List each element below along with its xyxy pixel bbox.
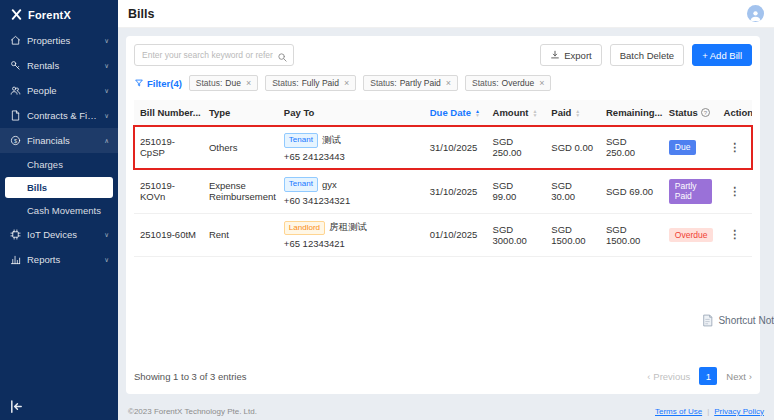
table-row[interactable]: 251019-60tM Rent Landlord 房租测试 +65 12343… bbox=[134, 213, 752, 257]
bills-card: Export Batch Delete + Add Bill Filter(4)… bbox=[126, 36, 760, 394]
collapse-sidebar-button[interactable] bbox=[9, 399, 24, 414]
bill-number: 251019-KOVn bbox=[140, 180, 175, 202]
funnel-icon bbox=[134, 78, 144, 88]
paid: SGD 1500.00 bbox=[551, 224, 585, 246]
previous-page-button[interactable]: ‹ Previous bbox=[647, 371, 690, 382]
chevron-down-icon: ∨ bbox=[104, 256, 109, 264]
chip-icon bbox=[10, 229, 21, 240]
people-icon bbox=[10, 85, 21, 96]
payee-name: 房租测试 bbox=[329, 221, 367, 234]
search-input[interactable] bbox=[134, 44, 294, 66]
chevron-down-icon: ∨ bbox=[104, 231, 109, 239]
shortcut-note-icon bbox=[701, 314, 714, 327]
home-icon bbox=[10, 35, 21, 46]
close-icon[interactable]: × bbox=[446, 79, 451, 88]
sidebar: ForentX Properties ∨ Rentals ∨ People ∨ … bbox=[0, 0, 118, 420]
batch-delete-button[interactable]: Batch Delete bbox=[610, 44, 684, 66]
pagination: ‹ Previous 1 Next › bbox=[647, 367, 752, 385]
sort-icon: ▲▼ bbox=[575, 109, 580, 117]
amount: SGD 3000.00 bbox=[493, 224, 527, 246]
close-icon[interactable]: × bbox=[344, 79, 349, 88]
due-date: 31/10/2025 bbox=[430, 142, 478, 153]
user-icon bbox=[749, 9, 762, 22]
chevron-down-icon: ∨ bbox=[104, 37, 109, 45]
sidebar-item-iot-devices[interactable]: IoT Devices ∨ bbox=[0, 222, 118, 247]
add-bill-button[interactable]: + Add Bill bbox=[692, 44, 752, 66]
key-icon bbox=[10, 60, 21, 71]
paid: SGD 30.00 bbox=[551, 180, 575, 202]
chevron-down-icon: ∨ bbox=[104, 62, 109, 70]
column-header[interactable]: Actions bbox=[718, 100, 752, 126]
payee-tag: Tenant bbox=[284, 133, 318, 148]
more-actions-button[interactable]: ⋮ bbox=[729, 185, 740, 197]
filter-row: Filter(4) Status:Due× Status:Fully Paid×… bbox=[134, 75, 752, 91]
chevron-down-icon: ∨ bbox=[104, 112, 109, 120]
document-icon bbox=[10, 110, 21, 121]
privacy-policy-link[interactable]: Privacy Policy bbox=[714, 407, 764, 416]
sidebar-item-properties[interactable]: Properties ∨ bbox=[0, 28, 118, 53]
sidebar-subitem-bills[interactable]: Bills bbox=[5, 177, 113, 198]
next-page-button[interactable]: Next › bbox=[726, 371, 752, 382]
filter-button[interactable]: Filter(4) bbox=[134, 78, 182, 89]
page-1-button[interactable]: 1 bbox=[699, 367, 717, 385]
terms-of-use-link[interactable]: Terms of Use bbox=[655, 407, 702, 416]
amount: SGD 99.00 bbox=[493, 180, 517, 202]
chevron-right-icon: › bbox=[749, 371, 752, 382]
close-icon[interactable]: × bbox=[246, 79, 251, 88]
sidebar-item-reports[interactable]: Reports ∨ bbox=[0, 247, 118, 272]
remaining: SGD 250.00 bbox=[606, 136, 635, 158]
bill-type: Others bbox=[209, 142, 238, 153]
filter-tag: Status:Overdue× bbox=[465, 75, 551, 91]
column-header[interactable]: Remaining... ▲▼ bbox=[600, 100, 663, 126]
sidebar-subitem-cash-movements[interactable]: Cash Movements bbox=[0, 199, 118, 222]
column-header[interactable]: Amount ▲▼ bbox=[487, 100, 546, 126]
column-header[interactable]: Status ? bbox=[663, 100, 718, 126]
column-header[interactable]: Paid ▲▼ bbox=[545, 100, 600, 126]
more-actions-button[interactable]: ⋮ bbox=[729, 228, 740, 240]
copyright-text: ©2023 ForentX Technology Pte. Ltd. bbox=[128, 407, 257, 416]
remaining: SGD 69.00 bbox=[606, 186, 653, 197]
payee-tag: Landlord bbox=[284, 221, 325, 236]
sidebar-item-contracts-files[interactable]: Contracts & Files ∨ bbox=[0, 103, 118, 128]
column-header[interactable]: Due Date ▲▼ bbox=[424, 100, 487, 126]
filter-tag: Status:Due× bbox=[189, 75, 258, 91]
download-icon bbox=[550, 50, 560, 60]
table-row[interactable]: 251019-KOVn Expense Reimbursement Tenant… bbox=[134, 169, 752, 213]
search-icon[interactable] bbox=[277, 49, 288, 60]
close-icon[interactable]: × bbox=[539, 79, 544, 88]
payee-phone: +60 341234321 bbox=[284, 195, 418, 206]
page-footer: ©2023 ForentX Technology Pte. Ltd. Terms… bbox=[118, 402, 774, 420]
shortcut-note-widget[interactable]: Shortcut Not bbox=[701, 314, 774, 327]
topbar: Bills bbox=[118, 0, 774, 28]
info-icon: ? bbox=[701, 108, 710, 117]
sort-icon: ▲▼ bbox=[532, 109, 537, 117]
filter-tags: Status:Due× Status:Fully Paid× Status:Pa… bbox=[189, 75, 552, 91]
sidebar-item-people[interactable]: People ∨ bbox=[0, 78, 118, 103]
entries-summary: Showing 1 to 3 of 3 entries bbox=[134, 371, 247, 382]
due-date: 31/10/2025 bbox=[430, 186, 478, 197]
status-badge: Overdue bbox=[669, 228, 714, 243]
toolbar-actions: Export Batch Delete + Add Bill bbox=[540, 44, 752, 66]
filter-tag: Status:Partly Paid× bbox=[363, 75, 458, 91]
sidebar-item-financials[interactable]: $ Financials ∧ bbox=[0, 128, 118, 153]
table-row[interactable]: 251019-CpSP Others Tenant 测试 +65 2412344… bbox=[134, 126, 752, 170]
sidebar-subitem-charges[interactable]: Charges bbox=[0, 153, 118, 176]
sort-icon: ▲▼ bbox=[475, 109, 480, 117]
export-button[interactable]: Export bbox=[540, 44, 601, 66]
sidebar-menu: Properties ∨ Rentals ∨ People ∨ Contract… bbox=[0, 28, 118, 272]
column-header[interactable]: Pay To bbox=[278, 100, 424, 126]
amount: SGD 250.00 bbox=[493, 136, 522, 158]
column-header[interactable]: Bill Number... ▲▼ bbox=[134, 100, 203, 126]
bill-number: 251019-60tM bbox=[140, 229, 196, 240]
more-actions-button[interactable]: ⋮ bbox=[729, 141, 740, 153]
due-date: 01/10/2025 bbox=[430, 229, 478, 240]
sidebar-item-rentals[interactable]: Rentals ∨ bbox=[0, 53, 118, 78]
column-header[interactable]: Type bbox=[203, 100, 278, 126]
bill-type: Rent bbox=[209, 229, 229, 240]
user-avatar[interactable] bbox=[747, 5, 764, 22]
financials-submenu: Charges Bills Cash Movements bbox=[0, 153, 118, 222]
payee-name: gyx bbox=[322, 179, 337, 190]
collapse-arrow-icon bbox=[9, 399, 24, 414]
table-toolbar: Export Batch Delete + Add Bill bbox=[134, 44, 752, 66]
chevron-down-icon: ∨ bbox=[104, 87, 109, 95]
